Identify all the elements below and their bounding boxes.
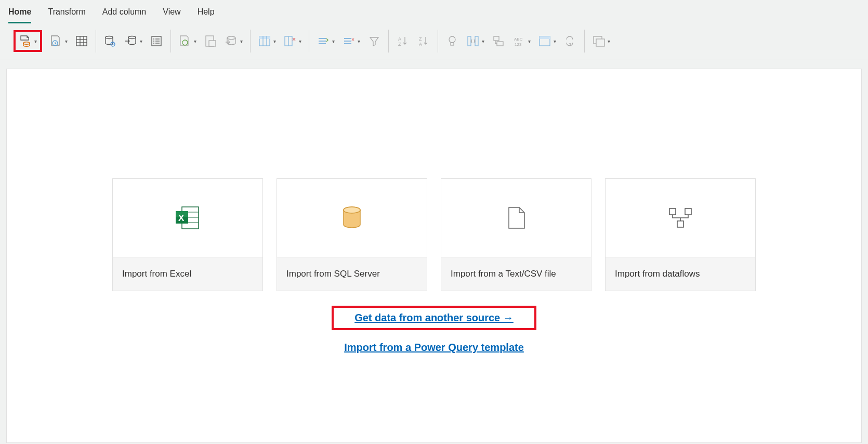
db-arrow-icon [124, 34, 138, 48]
dataflows-icon [667, 206, 693, 229]
replace-values-button[interactable] [445, 34, 459, 48]
svg-rect-49 [596, 39, 604, 46]
import-cards: X Import from Excel Import from SQL Serv… [7, 178, 861, 291]
remove-rows-icon [342, 34, 356, 48]
svg-rect-2 [76, 36, 87, 46]
svg-rect-46 [540, 36, 550, 39]
svg-text:A: A [398, 36, 401, 42]
svg-rect-40 [475, 36, 478, 46]
combine-icon [592, 34, 606, 48]
keep-rows-button[interactable]: ▾ [317, 34, 335, 48]
use-first-row-headers-button[interactable]: ▾ [538, 34, 556, 48]
manage-parameters-button[interactable]: ▾ [124, 34, 142, 48]
svg-text:ABC: ABC [514, 37, 523, 42]
get-data-icon [19, 34, 32, 48]
data-type-button[interactable]: ABC 123 ▾ [512, 34, 531, 48]
chevron-down-icon: ▾ [194, 38, 196, 44]
filter-icon [367, 34, 381, 48]
properties-button[interactable] [204, 34, 217, 48]
properties-icon [204, 34, 217, 48]
get-data-button[interactable]: ▾ [14, 30, 42, 52]
enter-data-button[interactable] [75, 34, 88, 48]
import-pq-template-link[interactable]: Import from a Power Query template [344, 342, 524, 354]
svg-rect-42 [497, 42, 503, 46]
tab-transform[interactable]: Transform [48, 4, 85, 23]
import-excel-label: Import from Excel [113, 257, 262, 291]
svg-text:Z: Z [398, 42, 401, 47]
excel-icon: X [175, 206, 201, 230]
svg-text:A: A [419, 42, 422, 47]
options-button[interactable] [103, 34, 117, 48]
sort-descending-button[interactable]: Z A [417, 34, 430, 48]
sort-asc-icon: A Z [396, 34, 410, 48]
svg-rect-59 [669, 208, 676, 215]
keep-rows-icon [317, 34, 330, 48]
list-icon [150, 34, 163, 48]
remove-rows-button[interactable]: ▾ [342, 34, 360, 48]
import-textcsv-card[interactable]: Import from a Text/CSV file [441, 178, 591, 291]
chevron-down-icon: ▾ [65, 38, 68, 44]
import-sql-card[interactable]: Import from SQL Server [277, 178, 427, 291]
sort-ascending-button[interactable]: A Z [396, 34, 410, 48]
svg-text:Z: Z [419, 36, 422, 42]
data-type-icon: ABC 123 [512, 34, 526, 48]
recent-sources-icon [49, 34, 63, 48]
chevron-down-icon: ▾ [358, 38, 360, 44]
combine-button[interactable]: ▾ [592, 34, 610, 48]
chevron-down-icon: ▾ [608, 38, 610, 44]
refresh-icon [178, 34, 192, 48]
svg-point-58 [344, 207, 360, 213]
chevron-down-icon: ▾ [240, 38, 243, 44]
refresh-button[interactable]: ▾ [178, 34, 196, 48]
svg-rect-22 [259, 36, 270, 39]
tab-home[interactable]: Home [8, 4, 31, 23]
tab-help[interactable]: Help [198, 4, 215, 23]
svg-point-16 [153, 43, 154, 44]
get-data-another-source-link[interactable]: Get data from another source → [354, 312, 514, 323]
ribbon-toolbar: ▾ ▾ [0, 23, 868, 59]
svg-rect-19 [209, 41, 216, 46]
sql-server-icon [340, 205, 363, 230]
sort-desc-icon: Z A [417, 34, 430, 48]
split-column-button[interactable]: ▾ [466, 34, 484, 48]
tab-add-column[interactable]: Add column [102, 4, 147, 23]
import-links: Get data from another source → Import fr… [7, 306, 861, 354]
svg-point-0 [23, 42, 30, 44]
svg-point-9 [112, 44, 114, 45]
svg-point-14 [153, 41, 154, 42]
tab-view[interactable]: View [163, 4, 180, 23]
content-area: X Import from Excel Import from SQL Serv… [6, 69, 862, 443]
import-textcsv-label: Import from a Text/CSV file [441, 257, 591, 291]
filter-button[interactable] [367, 34, 381, 48]
chevron-down-icon: ▾ [332, 38, 335, 44]
replace-values-2-button[interactable]: 2 [563, 34, 577, 48]
table-icon [75, 34, 88, 48]
svg-text:123: 123 [515, 42, 522, 47]
data-source-settings-button[interactable] [150, 34, 163, 48]
headers-icon [538, 34, 551, 48]
chevron-down-icon: ▾ [528, 38, 531, 44]
file-icon [506, 205, 527, 230]
svg-point-37 [449, 36, 455, 43]
group-by-icon [492, 34, 505, 48]
advanced-editor-button[interactable]: ▾ [225, 34, 243, 48]
svg-point-10 [128, 36, 136, 39]
db-gear-icon [103, 34, 117, 48]
db-in-icon [225, 34, 238, 48]
svg-rect-60 [685, 208, 691, 215]
svg-point-20 [227, 36, 235, 40]
import-dataflows-card[interactable]: Import from dataflows [605, 178, 756, 291]
import-sql-label: Import from SQL Server [277, 257, 427, 291]
group-by-button[interactable] [492, 34, 505, 48]
svg-rect-38 [451, 43, 454, 45]
chevron-down-icon: ▾ [554, 38, 556, 44]
choose-columns-button[interactable]: ▾ [258, 34, 276, 48]
recent-sources-button[interactable]: ▾ [49, 34, 68, 48]
import-dataflows-label: Import from dataflows [606, 257, 755, 291]
svg-point-12 [153, 38, 154, 40]
import-excel-card[interactable]: X Import from Excel [112, 178, 263, 291]
chevron-down-icon: ▾ [140, 38, 142, 44]
lightbulb-icon [445, 34, 459, 48]
chevron-down-icon: ▾ [34, 38, 37, 44]
remove-columns-button[interactable]: ▾ [283, 34, 301, 48]
